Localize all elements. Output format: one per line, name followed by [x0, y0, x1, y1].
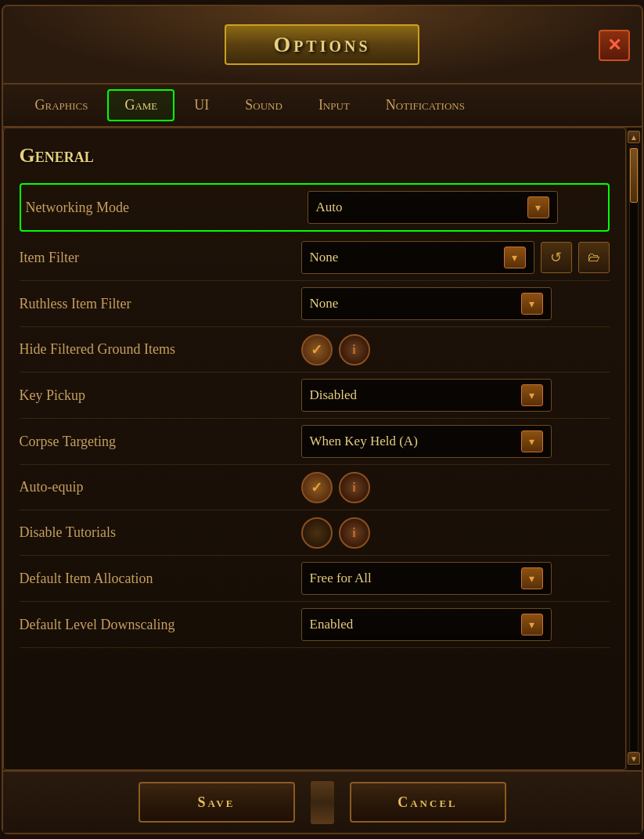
key-pickup-value: Disabled — [310, 387, 357, 403]
reload-icon: ↺ — [550, 249, 562, 266]
setting-row-default-level-downscaling: Default Level Downscaling Enabled ▾ — [20, 602, 610, 648]
tab-ui[interactable]: UI — [178, 90, 225, 121]
setting-row-default-item-allocation: Default Item Allocation Free for All ▾ — [20, 556, 610, 602]
tab-graphics[interactable]: Graphics — [19, 90, 105, 121]
ruthless-item-filter-label: Ruthless Item Filter — [20, 296, 301, 312]
settings-panel: General Networking Mode Auto ▾ Item Filt… — [3, 128, 626, 770]
setting-row-auto-equip: Auto-equip ✓ i — [20, 465, 610, 510]
networking-mode-arrow: ▾ — [527, 196, 549, 218]
setting-row-key-pickup: Key Pickup Disabled ▾ — [20, 373, 610, 419]
scroll-down-icon: ▼ — [630, 754, 638, 763]
corpse-targeting-value: When Key Held (A) — [310, 434, 418, 449]
corpse-targeting-dropdown[interactable]: When Key Held (A) ▾ — [301, 425, 552, 458]
checkmark-icon: ✓ — [311, 479, 322, 496]
window-title: Options — [273, 32, 370, 56]
item-filter-label: Item Filter — [20, 250, 301, 266]
disable-tutorials-info-button[interactable]: i — [339, 517, 370, 549]
ruthless-item-filter-arrow: ▾ — [521, 293, 543, 315]
folder-icon: 🗁 — [588, 250, 600, 265]
chevron-down-icon: ▾ — [529, 618, 534, 632]
setting-row-item-filter: Item Filter None ▾ ↺ 🗁 — [20, 235, 610, 281]
auto-equip-info-button[interactable]: i — [339, 472, 370, 503]
disable-tutorials-control: i — [301, 517, 610, 549]
hide-filtered-info-button[interactable]: i — [339, 334, 370, 365]
default-item-allocation-value: Free for All — [310, 571, 372, 586]
key-pickup-label: Key Pickup — [20, 387, 301, 404]
default-item-allocation-dropdown[interactable]: Free for All ▾ — [301, 562, 552, 595]
item-filter-reload-button[interactable]: ↺ — [541, 242, 572, 273]
main-content-area: General Networking Mode Auto ▾ Item Filt… — [3, 128, 642, 770]
auto-equip-label: Auto-equip — [20, 479, 301, 495]
default-item-allocation-label: Default Item Allocation — [20, 571, 301, 587]
scroll-thumb[interactable] — [630, 148, 638, 203]
setting-row-networking-mode: Networking Mode Auto ▾ — [20, 183, 610, 232]
info-icon: i — [352, 526, 355, 540]
default-level-downscaling-value: Enabled — [310, 617, 354, 632]
corpse-targeting-arrow: ▾ — [521, 430, 543, 452]
chevron-down-icon: ▾ — [529, 435, 534, 448]
corpse-targeting-label: Corpse Targeting — [20, 434, 301, 450]
key-pickup-control: Disabled ▾ — [301, 379, 610, 412]
default-item-allocation-arrow: ▾ — [521, 567, 543, 589]
tab-input[interactable]: Input — [302, 90, 366, 121]
footer: Save Cancel — [3, 770, 642, 833]
hide-filtered-control: ✓ i — [301, 334, 610, 365]
setting-row-ruthless-item-filter: Ruthless Item Filter None ▾ — [20, 281, 610, 327]
ruthless-item-filter-value: None — [310, 296, 339, 311]
networking-mode-label: Networking Mode — [26, 200, 308, 216]
key-pickup-dropdown[interactable]: Disabled ▾ — [301, 379, 552, 412]
hide-filtered-label: Hide Filtered Ground Items — [20, 341, 301, 358]
window-header: Options ✕ — [3, 6, 642, 85]
hide-filtered-toggle[interactable]: ✓ — [301, 334, 333, 365]
section-title: General — [20, 144, 610, 167]
default-level-downscaling-arrow: ▾ — [521, 614, 543, 636]
item-filter-arrow: ▾ — [504, 247, 526, 268]
disable-tutorials-toggle[interactable] — [301, 517, 333, 549]
networking-mode-value: Auto — [316, 200, 343, 215]
corpse-targeting-control: When Key Held (A) ▾ — [301, 425, 610, 458]
default-level-downscaling-dropdown[interactable]: Enabled ▾ — [301, 608, 552, 641]
scroll-up-icon: ▲ — [630, 133, 638, 142]
key-pickup-arrow: ▾ — [521, 384, 543, 406]
scrollbar: ▲ ▼ — [626, 128, 642, 770]
item-filter-value: None — [310, 250, 339, 265]
chevron-down-icon: ▾ — [535, 201, 541, 214]
tab-sound[interactable]: Sound — [228, 90, 299, 121]
scroll-up-button[interactable]: ▲ — [628, 131, 640, 143]
options-window: Options ✕ Graphics Game UI Sound Input N… — [2, 5, 643, 834]
default-item-allocation-control: Free for All ▾ — [301, 562, 610, 595]
auto-equip-toggle[interactable]: ✓ — [301, 472, 333, 503]
scroll-track[interactable] — [629, 146, 639, 752]
auto-equip-control: ✓ i — [301, 472, 610, 503]
ruthless-item-filter-dropdown[interactable]: None ▾ — [301, 287, 552, 320]
tabs-bar: Graphics Game UI Sound Input Notificatio… — [3, 85, 642, 128]
item-filter-control: None ▾ ↺ 🗁 — [301, 241, 610, 274]
save-button[interactable]: Save — [139, 782, 295, 823]
chevron-down-icon: ▾ — [512, 251, 517, 265]
info-icon: i — [352, 481, 355, 495]
default-level-downscaling-label: Default Level Downscaling — [20, 617, 301, 633]
item-filter-folder-button[interactable]: 🗁 — [578, 242, 610, 273]
close-button[interactable]: ✕ — [599, 30, 630, 61]
setting-row-hide-filtered: Hide Filtered Ground Items ✓ i — [20, 327, 610, 373]
default-level-downscaling-control: Enabled ▾ — [301, 608, 610, 641]
ruthless-item-filter-control: None ▾ — [301, 287, 610, 320]
cancel-button[interactable]: Cancel — [350, 782, 506, 823]
setting-row-disable-tutorials: Disable Tutorials i — [20, 510, 610, 556]
chevron-down-icon: ▾ — [529, 572, 534, 585]
info-icon: i — [352, 343, 355, 357]
chevron-down-icon: ▾ — [529, 297, 534, 311]
tab-game[interactable]: Game — [107, 89, 174, 121]
title-box: Options — [225, 24, 419, 65]
checkmark-icon: ✓ — [311, 341, 322, 358]
setting-row-corpse-targeting: Corpse Targeting When Key Held (A) ▾ — [20, 419, 610, 465]
tab-notifications[interactable]: Notifications — [369, 90, 481, 121]
footer-divider — [311, 781, 334, 824]
networking-mode-control: Auto ▾ — [308, 191, 603, 224]
chevron-down-icon: ▾ — [529, 389, 534, 402]
disable-tutorials-label: Disable Tutorials — [20, 524, 301, 541]
networking-mode-dropdown[interactable]: Auto ▾ — [308, 191, 558, 224]
item-filter-dropdown[interactable]: None ▾ — [301, 241, 534, 274]
scroll-down-button[interactable]: ▼ — [628, 752, 640, 765]
